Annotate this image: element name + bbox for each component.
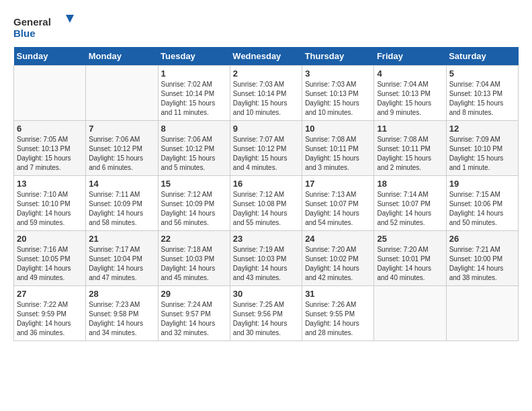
day-info: Sunrise: 7:08 AMSunset: 10:11 PMDaylight… xyxy=(377,135,443,173)
day-number: 28 xyxy=(89,289,154,299)
day-number: 29 xyxy=(161,289,227,299)
day-info: Sunrise: 7:23 AMSunset: 9:58 PMDaylight:… xyxy=(89,300,154,338)
day-number: 5 xyxy=(449,68,515,79)
day-number: 31 xyxy=(305,289,371,299)
day-info: Sunrise: 7:26 AMSunset: 9:55 PMDaylight:… xyxy=(305,300,371,338)
calendar-cell xyxy=(14,66,86,121)
day-info: Sunrise: 7:06 AMSunset: 10:12 PMDaylight… xyxy=(89,135,154,173)
calendar-cell: 28Sunrise: 7:23 AMSunset: 9:58 PMDayligh… xyxy=(86,286,158,341)
day-number: 19 xyxy=(449,179,515,189)
day-info: Sunrise: 7:22 AMSunset: 9:59 PMDaylight:… xyxy=(17,300,83,338)
calendar-cell: 25Sunrise: 7:20 AMSunset: 10:01 PMDaylig… xyxy=(374,231,446,286)
day-info: Sunrise: 7:20 AMSunset: 10:01 PMDaylight… xyxy=(377,245,443,283)
calendar-cell xyxy=(446,286,518,341)
day-number: 1 xyxy=(161,68,227,79)
day-number: 14 xyxy=(89,179,154,189)
calendar-cell: 13Sunrise: 7:10 AMSunset: 10:10 PMDaylig… xyxy=(14,176,86,231)
calendar-table: SundayMondayTuesdayWednesdayThursdayFrid… xyxy=(13,47,519,341)
weekday-header-row: SundayMondayTuesdayWednesdayThursdayFrid… xyxy=(14,47,519,66)
day-number: 4 xyxy=(377,68,443,79)
calendar-cell: 30Sunrise: 7:25 AMSunset: 9:56 PMDayligh… xyxy=(230,286,302,341)
day-info: Sunrise: 7:09 AMSunset: 10:10 PMDaylight… xyxy=(449,135,515,173)
calendar-cell: 2Sunrise: 7:03 AMSunset: 10:14 PMDayligh… xyxy=(230,66,302,121)
calendar-cell: 19Sunrise: 7:15 AMSunset: 10:06 PMDaylig… xyxy=(446,176,518,231)
calendar-cell: 9Sunrise: 7:07 AMSunset: 10:12 PMDayligh… xyxy=(230,121,302,176)
weekday-header: Thursday xyxy=(302,47,374,66)
calendar-cell: 24Sunrise: 7:20 AMSunset: 10:02 PMDaylig… xyxy=(302,231,374,286)
calendar-cell: 3Sunrise: 7:03 AMSunset: 10:13 PMDayligh… xyxy=(302,66,374,121)
day-info: Sunrise: 7:19 AMSunset: 10:03 PMDaylight… xyxy=(233,245,299,283)
calendar-week-row: 1Sunrise: 7:02 AMSunset: 10:14 PMDayligh… xyxy=(14,66,519,121)
day-info: Sunrise: 7:04 AMSunset: 10:13 PMDaylight… xyxy=(449,80,515,118)
day-info: Sunrise: 7:12 AMSunset: 10:08 PMDaylight… xyxy=(233,190,299,228)
calendar-cell: 15Sunrise: 7:12 AMSunset: 10:09 PMDaylig… xyxy=(158,176,230,231)
day-number: 6 xyxy=(17,124,83,134)
day-info: Sunrise: 7:15 AMSunset: 10:06 PMDaylight… xyxy=(449,190,515,228)
weekday-header: Wednesday xyxy=(230,47,302,66)
calendar-cell xyxy=(374,286,446,341)
day-number: 30 xyxy=(233,289,299,299)
weekday-header: Tuesday xyxy=(158,47,230,66)
day-number: 21 xyxy=(89,234,154,244)
day-info: Sunrise: 7:25 AMSunset: 9:56 PMDaylight:… xyxy=(233,300,299,338)
day-number: 27 xyxy=(17,289,83,299)
day-number: 18 xyxy=(377,179,443,189)
calendar-week-row: 13Sunrise: 7:10 AMSunset: 10:10 PMDaylig… xyxy=(14,176,519,231)
calendar-cell: 8Sunrise: 7:06 AMSunset: 10:12 PMDayligh… xyxy=(158,121,230,176)
day-number: 11 xyxy=(377,124,443,134)
day-info: Sunrise: 7:24 AMSunset: 9:57 PMDaylight:… xyxy=(161,300,227,338)
day-info: Sunrise: 7:08 AMSunset: 10:11 PMDaylight… xyxy=(305,135,371,173)
calendar-cell: 1Sunrise: 7:02 AMSunset: 10:14 PMDayligh… xyxy=(158,66,230,121)
day-info: Sunrise: 7:16 AMSunset: 10:05 PMDaylight… xyxy=(17,245,83,283)
day-info: Sunrise: 7:03 AMSunset: 10:13 PMDaylight… xyxy=(305,80,371,118)
day-info: Sunrise: 7:02 AMSunset: 10:14 PMDaylight… xyxy=(161,80,227,118)
day-info: Sunrise: 7:12 AMSunset: 10:09 PMDaylight… xyxy=(161,190,227,228)
day-number: 26 xyxy=(449,234,515,244)
day-number: 23 xyxy=(233,234,299,244)
day-number: 3 xyxy=(305,68,371,79)
calendar-week-row: 20Sunrise: 7:16 AMSunset: 10:05 PMDaylig… xyxy=(14,231,519,286)
calendar-week-row: 27Sunrise: 7:22 AMSunset: 9:59 PMDayligh… xyxy=(14,286,519,341)
day-info: Sunrise: 7:18 AMSunset: 10:03 PMDaylight… xyxy=(161,245,227,283)
day-number: 20 xyxy=(17,234,83,244)
day-info: Sunrise: 7:13 AMSunset: 10:07 PMDaylight… xyxy=(305,190,371,228)
day-info: Sunrise: 7:04 AMSunset: 10:13 PMDaylight… xyxy=(377,80,443,118)
day-number: 10 xyxy=(305,124,371,134)
svg-marker-2 xyxy=(66,15,74,23)
day-number: 8 xyxy=(161,124,227,134)
calendar-cell xyxy=(86,66,158,121)
day-number: 22 xyxy=(161,234,227,244)
day-info: Sunrise: 7:20 AMSunset: 10:02 PMDaylight… xyxy=(305,245,371,283)
day-number: 13 xyxy=(17,179,83,189)
svg-text:General: General xyxy=(13,16,51,28)
weekday-header: Sunday xyxy=(14,47,86,66)
calendar-cell: 22Sunrise: 7:18 AMSunset: 10:03 PMDaylig… xyxy=(158,231,230,286)
day-number: 2 xyxy=(233,68,299,79)
calendar-cell: 27Sunrise: 7:22 AMSunset: 9:59 PMDayligh… xyxy=(14,286,86,341)
day-number: 16 xyxy=(233,179,299,189)
calendar-cell: 31Sunrise: 7:26 AMSunset: 9:55 PMDayligh… xyxy=(302,286,374,341)
weekday-header: Monday xyxy=(86,47,158,66)
day-info: Sunrise: 7:03 AMSunset: 10:14 PMDaylight… xyxy=(233,80,299,118)
day-number: 25 xyxy=(377,234,443,244)
day-info: Sunrise: 7:10 AMSunset: 10:10 PMDaylight… xyxy=(17,190,83,228)
day-number: 17 xyxy=(305,179,371,189)
logo: General Blue xyxy=(13,13,74,40)
day-info: Sunrise: 7:11 AMSunset: 10:09 PMDaylight… xyxy=(89,190,154,228)
calendar-cell: 14Sunrise: 7:11 AMSunset: 10:09 PMDaylig… xyxy=(86,176,158,231)
calendar-cell: 18Sunrise: 7:14 AMSunset: 10:07 PMDaylig… xyxy=(374,176,446,231)
calendar-cell: 5Sunrise: 7:04 AMSunset: 10:13 PMDayligh… xyxy=(446,66,518,121)
day-info: Sunrise: 7:06 AMSunset: 10:12 PMDaylight… xyxy=(161,135,227,173)
calendar-cell: 29Sunrise: 7:24 AMSunset: 9:57 PMDayligh… xyxy=(158,286,230,341)
day-info: Sunrise: 7:05 AMSunset: 10:13 PMDaylight… xyxy=(17,135,83,173)
day-number: 15 xyxy=(161,179,227,189)
day-number: 24 xyxy=(305,234,371,244)
day-info: Sunrise: 7:14 AMSunset: 10:07 PMDaylight… xyxy=(377,190,443,228)
calendar-cell: 17Sunrise: 7:13 AMSunset: 10:07 PMDaylig… xyxy=(302,176,374,231)
calendar-cell: 20Sunrise: 7:16 AMSunset: 10:05 PMDaylig… xyxy=(14,231,86,286)
calendar-cell: 6Sunrise: 7:05 AMSunset: 10:13 PMDayligh… xyxy=(14,121,86,176)
calendar-cell: 21Sunrise: 7:17 AMSunset: 10:04 PMDaylig… xyxy=(86,231,158,286)
day-info: Sunrise: 7:07 AMSunset: 10:12 PMDaylight… xyxy=(233,135,299,173)
calendar-cell: 4Sunrise: 7:04 AMSunset: 10:13 PMDayligh… xyxy=(374,66,446,121)
day-number: 12 xyxy=(449,124,515,134)
